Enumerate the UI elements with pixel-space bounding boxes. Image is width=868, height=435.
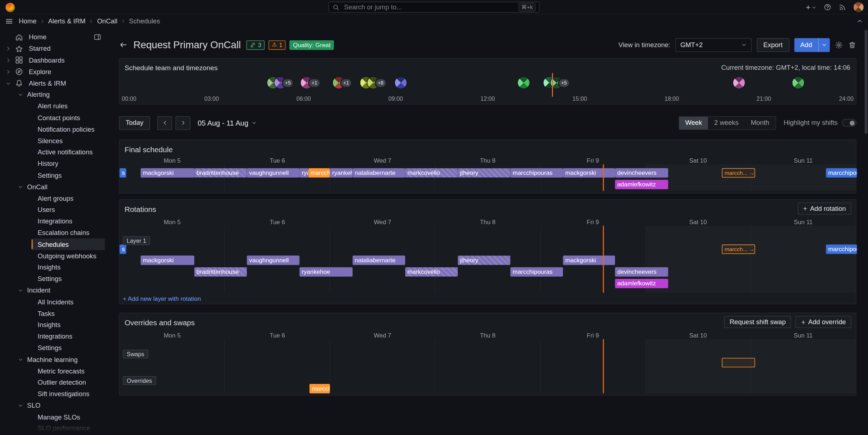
sidebar-item-incident-settings[interactable]: Settings (0, 342, 107, 354)
shift-bar[interactable]: ryankeho (330, 168, 352, 177)
sidebar-item-oncall-settings[interactable]: Settings (0, 273, 107, 285)
sidebar-item-dashboards[interactable]: Dashboards (0, 55, 107, 66)
view-month-tab[interactable]: Month (745, 117, 775, 129)
sidebar-item-outlier-detection[interactable]: Outlier detection (0, 377, 107, 388)
sidebar-item-oncall-insights[interactable]: Insights (0, 262, 107, 273)
shift-bar[interactable]: adamlefkowitz (615, 180, 668, 189)
rotation-bar[interactable]: markcovello (405, 267, 458, 277)
search-input[interactable] (343, 3, 515, 12)
shift-bar[interactable]: vaughngunnell (247, 168, 300, 177)
rotation-bar[interactable]: jtheory (458, 255, 511, 265)
user-avatar-group[interactable]: +8 (360, 77, 386, 89)
add-override-button[interactable]: + Add override (796, 316, 851, 328)
override-bar[interactable]: marcchip (310, 384, 330, 393)
user-avatar-group[interactable]: +1 (301, 77, 319, 89)
sidebar-item-oncall-integrations[interactable]: Integrations (0, 216, 107, 227)
rotation-bar[interactable]: devincheevers (615, 267, 668, 277)
swap-request-bar[interactable]: marcch... → ? (722, 168, 755, 177)
sidebar-item-alert-groups[interactable]: Alert groups (0, 192, 107, 204)
help-button[interactable] (824, 3, 832, 11)
sidebar-item-alert-rules[interactable]: Alert rules (0, 101, 107, 112)
sidebar-item-notification-policies[interactable]: Notification policies (0, 123, 107, 135)
sidebar-item-metric-forecasts[interactable]: Metric forecasts (0, 365, 107, 377)
sidebar-item-explore[interactable]: Explore (0, 66, 107, 78)
sidebar-item-incident-integrations[interactable]: Integrations (0, 331, 107, 342)
new-menu-button[interactable]: + (806, 3, 817, 11)
sidebar-item-starred[interactable]: Starred (0, 43, 107, 55)
user-avatar[interactable] (854, 2, 864, 12)
rotation-bar[interactable]: mackgorski (141, 255, 194, 265)
swap-request-bar[interactable]: marcch... → ? (722, 245, 755, 254)
sidebar-item-sift-investigations[interactable]: Sift investigations (0, 388, 107, 400)
shift-bar[interactable]: marcchipouras (511, 168, 563, 177)
sidebar-item-slo-performance[interactable]: SLO performance (0, 423, 107, 434)
scroll-to-top-button[interactable] (856, 18, 863, 24)
sidebar-item-tasks[interactable]: Tasks (0, 308, 107, 319)
news-button[interactable] (838, 3, 846, 11)
sidebar-item-machine-learning[interactable]: Machine learning (0, 354, 107, 365)
shift-bar[interactable]: jtheory (458, 168, 511, 177)
sidebar-item-schedules[interactable]: Schedules (0, 239, 107, 250)
user-avatar-group[interactable] (792, 77, 804, 89)
breadcrumb-oncall[interactable]: OnCall (97, 17, 117, 25)
rotation-bar[interactable]: ryankehoe (300, 267, 353, 277)
sidebar-item-incident-insights[interactable]: Insights (0, 319, 107, 331)
shift-bar[interactable]: mackgorski (563, 168, 615, 177)
warnings-badge[interactable]: ⚠ 1 (269, 40, 286, 49)
view-week-tab[interactable]: Week (679, 117, 708, 129)
user-avatar-group[interactable] (518, 77, 530, 89)
shift-bar[interactable]: s (120, 245, 126, 254)
shift-bar[interactable]: markcovello (405, 168, 458, 177)
user-avatar-group[interactable]: +1 (333, 77, 351, 89)
export-button[interactable]: Export (757, 38, 789, 51)
swap-request-bar[interactable] (722, 358, 755, 367)
shift-bar[interactable]: rya (300, 168, 309, 177)
sidebar-item-escalation-chains[interactable]: Escalation chains (0, 227, 107, 239)
grafana-logo-icon[interactable] (5, 3, 15, 12)
breadcrumb-home[interactable]: Home (19, 17, 36, 25)
rotation-bar[interactable]: mackgorski (563, 255, 615, 265)
today-button[interactable]: Today (119, 116, 150, 130)
user-avatar-group[interactable]: +5 (543, 77, 569, 89)
sidebar-item-users[interactable]: Users (0, 204, 107, 216)
add-rotation-button[interactable]: + Add rotation (797, 203, 851, 215)
date-range-selector[interactable]: 05 Aug - 11 Aug (198, 119, 257, 127)
back-button[interactable] (119, 40, 128, 49)
dock-menu-icon[interactable] (94, 33, 102, 41)
shift-bar[interactable]: nataliabernarte (352, 168, 405, 177)
search-bar[interactable]: ⌘+k (329, 2, 540, 13)
rotation-bar[interactable]: nataliabernarte (352, 255, 405, 265)
user-avatar-group[interactable] (733, 77, 745, 89)
sidebar-item-oncall[interactable]: OnCall (0, 181, 107, 192)
delete-trash-icon[interactable] (848, 41, 856, 49)
add-button[interactable]: Add (794, 38, 830, 51)
rotation-bar[interactable]: adamlefkowitz (615, 279, 668, 288)
view-2weeks-tab[interactable]: 2 weeks (708, 117, 745, 129)
sidebar-item-slo[interactable]: SLO (0, 400, 107, 411)
shift-bar[interactable]: devincheevers (615, 168, 668, 177)
user-avatar-group[interactable]: +5 (267, 77, 293, 89)
shift-bar[interactable]: bradrittenhouse (194, 168, 247, 177)
user-avatar-group[interactable] (395, 77, 406, 89)
timezone-select[interactable]: GMT+2 (675, 38, 752, 51)
request-shift-swap-button[interactable]: Request shift swap (724, 316, 791, 328)
next-week-button[interactable] (175, 116, 190, 130)
prev-week-button[interactable] (157, 116, 172, 130)
sidebar-item-active-notifications[interactable]: Active notifications (0, 146, 107, 158)
sidebar-item-silences[interactable]: Silences (0, 135, 107, 146)
sidebar-item-manage-slos[interactable]: Manage SLOs (0, 411, 107, 423)
sidebar-item-alerting[interactable]: Alerting (0, 89, 107, 101)
sidebar-item-home[interactable]: Home (0, 32, 107, 43)
sidebar-item-incident[interactable]: Incident (0, 285, 107, 296)
highlight-shifts-toggle[interactable] (842, 119, 856, 127)
rotation-bar[interactable]: marcchipouras (511, 267, 563, 277)
shift-bar[interactable]: marcchipoura (826, 245, 857, 254)
menu-toggle-button[interactable] (5, 17, 13, 25)
add-layer-link[interactable]: + Add new layer with rotation (123, 295, 201, 302)
sidebar-item-alerting-settings[interactable]: Settings (0, 169, 107, 181)
shift-bar[interactable]: mackgorski (141, 168, 194, 177)
sidebar-item-contact-points[interactable]: Contact points (0, 112, 107, 123)
rotation-bar[interactable]: vaughngunnell (247, 255, 300, 265)
override-bar[interactable]: marcchip (308, 168, 330, 177)
sidebar-item-history[interactable]: History (0, 158, 107, 169)
